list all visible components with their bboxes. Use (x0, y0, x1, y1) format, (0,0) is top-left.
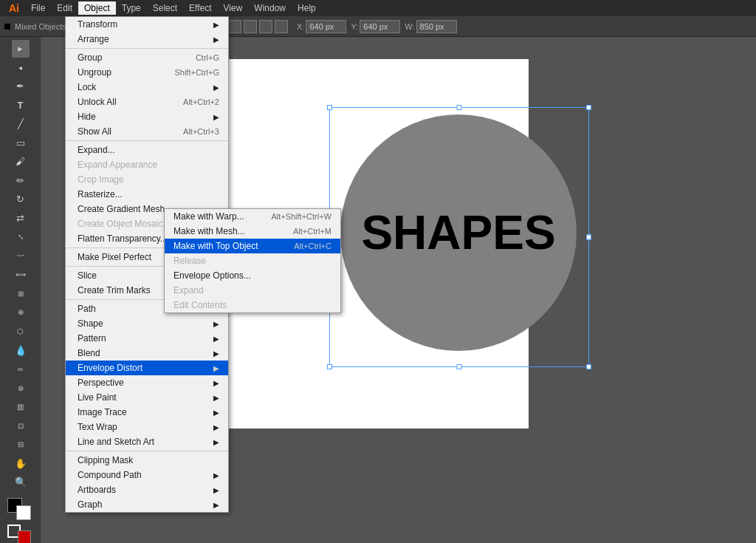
handle-mr[interactable] (586, 235, 591, 240)
menu-arrange[interactable]: Arrange ▶ (66, 32, 228, 47)
menu-type[interactable]: Type (116, 1, 147, 15)
handle-tl[interactable] (327, 105, 332, 110)
line-tool[interactable]: ╱ (12, 115, 30, 133)
submenu-release[interactable]: Release (165, 253, 340, 268)
menu-object[interactable]: Object (78, 1, 116, 15)
menu-shape[interactable]: Shape ▶ (66, 316, 228, 331)
menu-bar: Ai File Edit Object Type Select Effect V… (0, 0, 756, 16)
sep-6 (66, 451, 228, 451)
handle-br[interactable] (586, 364, 591, 369)
menu-graph[interactable]: Graph ▶ (66, 497, 228, 512)
sep-1 (66, 48, 228, 49)
align-btn-7[interactable] (244, 20, 257, 33)
artwork-circle: SHAPES (340, 115, 577, 351)
pen-tool[interactable]: ✒ (12, 78, 30, 95)
column-graph-tool[interactable]: ▥ (12, 398, 30, 416)
menu-edit[interactable]: Edit (51, 1, 78, 15)
pencil-tool[interactable]: ✏ (12, 172, 30, 190)
menu-pattern[interactable]: Pattern ▶ (66, 331, 228, 346)
menu-unlock-all[interactable]: Unlock All Alt+Ctrl+2 (66, 95, 228, 109)
menu-ai-logo[interactable]: Ai (3, 1, 25, 16)
direct-select-tool[interactable]: ◂ (12, 59, 30, 77)
envelope-distort-submenu: Make with Warp... Alt+Shift+Ctrl+W Make … (164, 208, 341, 313)
slice-tool[interactable]: ⊟ (12, 436, 30, 454)
menu-compound-path[interactable]: Compound Path ▶ (66, 468, 228, 482)
menu-transform[interactable]: Transform ▶ (66, 17, 228, 32)
scale-tool[interactable]: ⤡ (12, 228, 30, 246)
paintbrush-tool[interactable]: 🖌 (12, 153, 30, 171)
artwork-container: SHAPES (322, 103, 595, 377)
mixed-objects-label: Mixed Objects (15, 22, 66, 31)
symbol-sprayer-tool[interactable]: ⊛ (12, 379, 30, 397)
menu-window[interactable]: Window (248, 1, 292, 15)
menu-line-sketch-art[interactable]: Line and Sketch Art ▶ (66, 434, 228, 449)
menu-help[interactable]: Help (292, 1, 322, 15)
menu-blend[interactable]: Blend ▶ (66, 346, 228, 361)
y-input[interactable]: 640 px (360, 20, 400, 33)
menu-lock[interactable]: Lock ▶ (66, 80, 228, 95)
menu-perspective[interactable]: Perspective ▶ (66, 375, 228, 390)
menu-crop-image[interactable]: Crop Image (66, 172, 228, 187)
rect-tool[interactable]: ▭ (12, 134, 30, 152)
handle-bm[interactable] (457, 364, 462, 369)
menu-view[interactable]: View (218, 1, 249, 15)
menu-expand[interactable]: Expand... (66, 143, 228, 157)
menu-rasterize[interactable]: Rasterize... (66, 187, 228, 202)
align-btn-9[interactable] (275, 20, 288, 33)
hand-tool[interactable]: ✋ (12, 454, 30, 472)
warp-tool[interactable]: 〰 (12, 247, 30, 265)
menu-select[interactable]: Select (147, 1, 183, 15)
y-label: Y: (351, 22, 358, 31)
menu-file[interactable]: File (25, 1, 51, 15)
menu-text-wrap[interactable]: Text Wrap ▶ (66, 420, 228, 434)
submenu-expand[interactable]: Expand (165, 283, 340, 298)
submenu-make-with-warp[interactable]: Make with Warp... Alt+Shift+Ctrl+W (165, 209, 340, 224)
handle-bl[interactable] (327, 364, 332, 369)
left-toolbar: ▸ ◂ ✒ T ╱ ▭ 🖌 ✏ ↻ ⇄ ⤡ 〰 ⟺ ⊞ ⊕ ⬡ 💧 ∞ ⊛ ▥ … (0, 37, 41, 543)
reflect-tool[interactable]: ⇄ (12, 210, 30, 228)
menu-expand-appearance[interactable]: Expand Appearance (66, 157, 228, 172)
text-tool[interactable]: T (12, 97, 30, 115)
align-btn-8[interactable] (259, 20, 272, 33)
stroke-fill-area (7, 525, 34, 543)
artwork-text: SHAPES (361, 205, 555, 260)
x-input[interactable]: 640 px (306, 20, 346, 33)
submenu-make-with-mesh[interactable]: Make with Mesh... Alt+Ctrl+M (165, 224, 340, 239)
menu-live-paint[interactable]: Live Paint ▶ (66, 390, 228, 405)
live-paint-tool[interactable]: ⬡ (12, 323, 30, 341)
blend-tool[interactable]: ∞ (12, 361, 30, 378)
shape-builder-tool[interactable]: ⊕ (12, 304, 30, 321)
menu-envelope-distort[interactable]: Envelope Distort ▶ (66, 361, 228, 375)
color-area (7, 498, 34, 521)
menu-group[interactable]: Group Ctrl+G (66, 50, 228, 65)
menu-ungroup[interactable]: Ungroup Shift+Ctrl+G (66, 65, 228, 80)
submenu-make-with-top-object[interactable]: Make with Top Object Alt+Ctrl+C (165, 239, 340, 253)
align-btn-6[interactable] (228, 20, 241, 33)
background-color[interactable] (16, 505, 31, 520)
submenu-edit-contents[interactable]: Edit Contents (165, 298, 340, 313)
handle-tr[interactable] (586, 105, 591, 110)
rotate-tool[interactable]: ↻ (12, 191, 30, 208)
eyedropper-tool[interactable]: 💧 (12, 341, 30, 359)
free-transform-tool[interactable]: ⊞ (12, 285, 30, 303)
fill-swatch[interactable] (4, 24, 10, 30)
handle-tm[interactable] (457, 105, 462, 110)
menu-hide[interactable]: Hide ▶ (66, 109, 228, 124)
submenu-envelope-options[interactable]: Envelope Options... (165, 268, 340, 283)
menu-effect[interactable]: Effect (183, 1, 217, 15)
menu-show-all[interactable]: Show All Alt+Ctrl+3 (66, 124, 228, 139)
w-input[interactable]: 850 px (416, 20, 457, 33)
sep-2 (66, 140, 228, 141)
menu-artboards[interactable]: Artboards ▶ (66, 482, 228, 497)
artboard-tool[interactable]: ⊡ (12, 417, 30, 434)
fill-indicator[interactable] (18, 530, 31, 543)
menu-clipping-mask[interactable]: Clipping Mask (66, 453, 228, 468)
select-tool[interactable]: ▸ (12, 40, 30, 58)
width-tool[interactable]: ⟺ (12, 266, 30, 284)
zoom-tool[interactable]: 🔍 (12, 474, 30, 491)
w-label: W: (405, 22, 414, 31)
x-label: X: (297, 22, 304, 31)
menu-image-trace[interactable]: Image Trace ▶ (66, 405, 228, 420)
